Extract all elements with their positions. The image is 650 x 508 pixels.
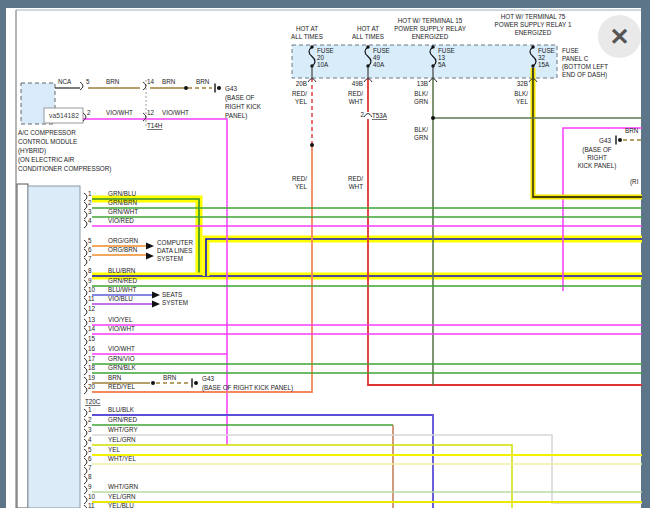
pin-number: 2 — [88, 199, 92, 206]
pin-number: 13 — [88, 316, 96, 323]
pin-arc-icon — [84, 449, 87, 457]
pin-label: RED/YEL — [108, 383, 135, 390]
diagram-label: 12 — [147, 109, 155, 116]
diagram-label: WHT — [349, 98, 363, 105]
pin-label: VIO/RED — [108, 217, 134, 224]
left-connector-shell — [17, 184, 28, 508]
diagram-label: (BASE OF — [225, 94, 255, 102]
connector-link-t14h[interactable]: T14H — [147, 122, 163, 129]
ground-dot — [194, 381, 198, 385]
pin-arc-icon — [84, 358, 87, 366]
pin-label: BLU/BRN — [108, 267, 136, 274]
pin-arc-icon — [84, 211, 87, 219]
diagram-label: 2 — [87, 109, 91, 116]
t20c-pin-label: YEL/GRN — [108, 493, 136, 500]
diagram-label: 14 — [147, 78, 155, 85]
diagram-label: BRN — [196, 78, 210, 85]
pin-arc-icon — [84, 249, 87, 257]
diagram-label: HOT W/ TERMINAL 75 — [501, 13, 566, 20]
diagram-label: SEATS — [162, 291, 182, 298]
diagram-label: HOT W/ TERMINAL 15 — [398, 17, 463, 24]
diagram-label: POWER SUPPLY RELAY 1 — [495, 21, 572, 28]
pin-arc-icon — [84, 377, 87, 385]
pin-arc-icon — [84, 298, 87, 306]
diagram-label: 20 — [317, 54, 325, 61]
break-icon — [80, 82, 83, 90]
pin-label: VIO/YEL — [108, 316, 133, 323]
t20c-pin-label: BLU/BLK — [108, 406, 135, 413]
diagram-label: 13B — [417, 80, 428, 87]
pin-number: 14 — [88, 325, 96, 332]
diagram-label: ALL TIMES — [291, 33, 323, 40]
t20c-pin-number: 7 — [88, 464, 92, 471]
diagram-label: RED/ — [292, 90, 307, 97]
pin-number: 10 — [88, 286, 96, 293]
pin-arc-icon — [84, 220, 87, 228]
splice-dot — [310, 143, 314, 147]
diagram-label: 20B — [296, 80, 307, 87]
pin-label: GRN/VIO — [108, 355, 135, 362]
diagram-label: (BOTTOM LEFT — [562, 63, 608, 71]
diagram-label: BRN — [106, 78, 120, 85]
pin-label: BLU/WHT — [108, 286, 136, 293]
t20c-pin-label: YEL — [108, 446, 120, 453]
pin-arc-icon — [84, 409, 87, 417]
pin-number: 8 — [88, 267, 92, 274]
diagram-label: PANEL C — [562, 55, 589, 62]
t20c-pin-number: 4 — [88, 436, 92, 443]
pin-label: GRN/WHT — [108, 208, 138, 215]
diagram-label: PANEL) — [225, 112, 247, 120]
pin-arc-icon — [84, 429, 87, 437]
pin-number: 5 — [88, 237, 92, 244]
pin-arc-icon — [84, 270, 87, 278]
t20c-pin-number: 1 — [88, 406, 92, 413]
ground-dot — [217, 86, 221, 90]
diagram-label: 49B — [352, 80, 363, 87]
t20c-pin-label: WHT/GRY — [108, 426, 138, 433]
pin-label: VIO/WHT — [108, 345, 135, 352]
diagram-label: CONTROL MODULE — [18, 138, 77, 145]
splice-dot — [151, 381, 155, 385]
close-button[interactable]: ✕ — [598, 15, 641, 58]
connector-link-t20c[interactable]: T20C — [85, 398, 101, 405]
pin-number: 3 — [88, 208, 92, 215]
pin-label: ORG/GRN — [108, 237, 139, 244]
diagram-label: BLK/ — [414, 90, 428, 97]
diagram-label: END OF DASH) — [562, 71, 607, 79]
pin-number: 15 — [88, 335, 96, 342]
connector-link-t53a[interactable]: T53A — [372, 112, 388, 119]
left-connector-body — [28, 186, 80, 508]
t20c-pin-number: 2 — [88, 416, 92, 423]
t20c-pin-label: WHT/YEL — [108, 455, 136, 462]
pin-number: 9 — [88, 277, 92, 284]
t20c-pin-number: 9 — [88, 483, 92, 490]
diagram-label: 40A — [373, 61, 385, 68]
diagram-label: G43 — [202, 375, 214, 382]
diagram-label: SYSTEM — [162, 299, 188, 306]
t20c-pin-label: WHT/GRN — [108, 483, 139, 490]
pin-arc-icon — [84, 467, 87, 475]
diagram-label: 13 — [438, 54, 446, 61]
diagram-label: RED/ — [348, 90, 363, 97]
pin-arc-icon — [84, 338, 87, 346]
pin-number: 19 — [88, 374, 96, 381]
pin-number: 20 — [88, 383, 96, 390]
diagram-label: (BASE OF — [582, 146, 612, 154]
pin-arc-icon — [84, 289, 87, 297]
pin-label: BRN — [108, 374, 122, 381]
pin-number: 7 — [88, 255, 92, 262]
diagram-label: VIO/WHT — [162, 109, 189, 116]
diagram-label: RIGHT KICK — [225, 103, 262, 110]
diagram-label: FUSE — [438, 47, 455, 54]
diagram-label: (RI — [630, 178, 639, 186]
pin-label: GRN/BRN — [108, 199, 137, 206]
splice-dot — [431, 116, 435, 120]
t20c-pin-number: 6 — [88, 455, 92, 462]
pin-arc-icon — [84, 202, 87, 210]
diagram-label: YEL — [295, 98, 307, 105]
diagram-label: ENERGIZED — [412, 33, 449, 40]
pin-arc-icon — [84, 193, 87, 201]
system-arrow-icon — [152, 301, 160, 308]
t20c-pin-label: YEL/GRN — [108, 436, 136, 443]
diagram-label: FUSE — [562, 47, 579, 54]
